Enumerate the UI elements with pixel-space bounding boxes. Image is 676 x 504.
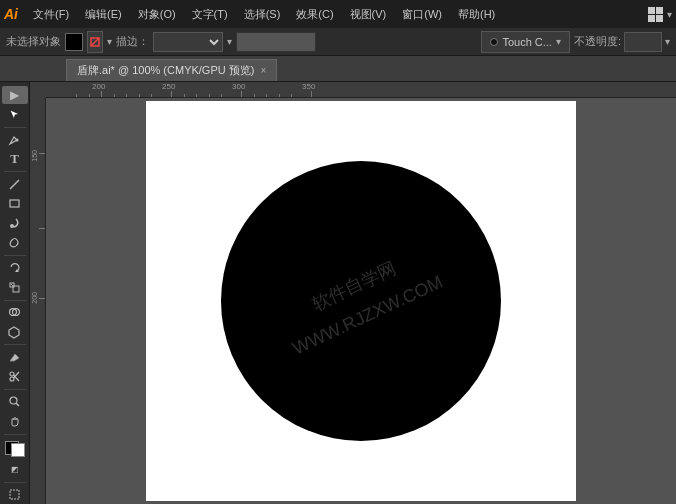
ruler-corner xyxy=(30,82,46,98)
menu-bar: Ai 文件(F) 编辑(E) 对象(O) 文字(T) 选择(S) 效果(C) 视… xyxy=(0,0,676,28)
tabs-row: 盾牌.ai* @ 100% (CMYK/GPU 预览) × xyxy=(0,56,676,82)
scissors-tool-btn[interactable] xyxy=(2,367,28,385)
tab-title: 盾牌.ai* @ 100% (CMYK/GPU 预览) xyxy=(77,63,254,78)
horizontal-ruler: 200 250 300 350 xyxy=(46,82,676,98)
artboard: 软件自学网 WWW.RJZXW.COM xyxy=(146,101,576,501)
no-selection-label: 未选择对象 xyxy=(6,34,61,49)
svg-point-16 xyxy=(10,397,17,404)
properties-toolbar: 未选择对象 ▾ 描边： ▾ Touch C... ▾ 不透明度: 100% ▾ xyxy=(0,28,676,56)
line-tool-btn[interactable] xyxy=(2,175,28,193)
left-toolbar: ▶ T xyxy=(0,82,30,504)
vertical-ruler: 150 200 xyxy=(30,98,46,504)
ruler-h-label-250: 250 xyxy=(162,82,175,91)
menu-object[interactable]: 对象(O) xyxy=(131,5,183,24)
ruler-h-label-200: 200 xyxy=(92,82,105,91)
zoom-tool-btn[interactable] xyxy=(2,393,28,411)
menu-effect[interactable]: 效果(C) xyxy=(289,5,340,24)
ruler-v-label-200: 200 xyxy=(31,292,38,304)
opacity-arrow[interactable]: ▾ xyxy=(665,36,670,47)
pen-tool-btn[interactable] xyxy=(2,131,28,149)
svg-line-17 xyxy=(16,403,19,406)
svg-rect-18 xyxy=(10,490,19,499)
canvas-wrapper[interactable]: 200 250 300 350 xyxy=(30,82,676,504)
ruler-v-label-150: 150 xyxy=(31,150,38,162)
touch-workspace-btn[interactable]: Touch C... ▾ xyxy=(481,31,570,53)
menu-view[interactable]: 视图(V) xyxy=(343,5,394,24)
ruler-h-label-350: 350 xyxy=(302,82,315,91)
live-paint-btn[interactable] xyxy=(2,323,28,341)
ruler-h-label-300: 300 xyxy=(232,82,245,91)
svg-point-2 xyxy=(16,139,19,142)
menu-help[interactable]: 帮助(H) xyxy=(451,5,502,24)
direct-selection-btn[interactable] xyxy=(2,105,28,123)
svg-line-3 xyxy=(10,180,19,189)
stroke-arrow[interactable]: ▾ xyxy=(227,36,232,47)
stroke-label: 描边： xyxy=(116,34,149,49)
artboard-tool-btn[interactable] xyxy=(2,486,28,504)
rotate-tool-btn[interactable] xyxy=(2,259,28,277)
opacity-input[interactable]: 100% xyxy=(624,32,662,52)
color-mode-btn[interactable]: ◩ xyxy=(2,460,28,478)
stroke-weight-input[interactable] xyxy=(236,32,316,52)
selection-tool-btn[interactable]: ▶ xyxy=(2,86,28,104)
workspace-switcher[interactable] xyxy=(648,7,663,22)
menu-select[interactable]: 选择(S) xyxy=(237,5,288,24)
eraser-tool-btn[interactable] xyxy=(2,348,28,366)
svg-rect-4 xyxy=(10,200,19,207)
fill-options-btn[interactable] xyxy=(87,31,103,53)
main-area: ▶ T xyxy=(0,82,676,504)
rectangle-tool-btn[interactable] xyxy=(2,195,28,213)
paintbrush-tool-btn[interactable] xyxy=(2,214,28,232)
fill-arrow[interactable]: ▾ xyxy=(107,36,112,47)
menu-edit[interactable]: 编辑(E) xyxy=(78,5,129,24)
opacity-section: 不透明度: 100% ▾ xyxy=(574,32,670,52)
scale-tool-btn[interactable] xyxy=(2,278,28,296)
stroke-select[interactable] xyxy=(153,32,223,52)
touch-dropdown-arrow[interactable]: ▾ xyxy=(556,36,561,47)
svg-line-9 xyxy=(11,284,13,286)
fill-stroke-swatches[interactable] xyxy=(3,439,27,459)
fill-swatch[interactable] xyxy=(65,33,83,51)
document-tab[interactable]: 盾牌.ai* @ 100% (CMYK/GPU 预览) × xyxy=(66,59,277,81)
shape-builder-btn[interactable] xyxy=(2,303,28,321)
canvas[interactable]: 软件自学网 WWW.RJZXW.COM xyxy=(46,98,676,504)
svg-line-1 xyxy=(91,38,99,46)
workspace-arrow[interactable]: ▾ xyxy=(667,9,672,20)
circle-shape[interactable]: 软件自学网 WWW.RJZXW.COM xyxy=(221,161,501,441)
blob-brush-btn[interactable] xyxy=(2,233,28,251)
svg-point-5 xyxy=(10,224,14,228)
menu-text[interactable]: 文字(T) xyxy=(185,5,235,24)
menu-file[interactable]: 文件(F) xyxy=(26,5,76,24)
opacity-label: 不透明度: xyxy=(574,34,621,49)
hand-tool-btn[interactable] xyxy=(2,412,28,430)
touch-label: Touch C... xyxy=(502,36,552,48)
app-logo: Ai xyxy=(4,6,18,22)
type-tool-btn[interactable]: T xyxy=(2,150,28,168)
menu-window[interactable]: 窗口(W) xyxy=(395,5,449,24)
touch-dot-icon xyxy=(490,38,498,46)
watermark: 软件自学网 WWW.RJZXW.COM xyxy=(273,237,448,365)
tab-close-btn[interactable]: × xyxy=(260,65,266,76)
